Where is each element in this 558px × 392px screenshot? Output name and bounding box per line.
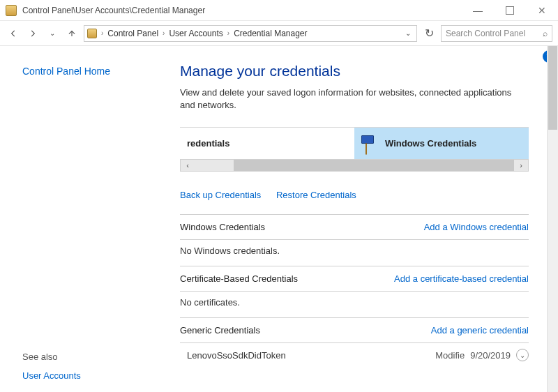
credential-name: LenovoSsoSdkDidToken (180, 350, 286, 361)
recent-dropdown[interactable]: ⌄ (45, 26, 60, 41)
control-panel-icon (6, 5, 17, 16)
section-empty-text: No certificates. (180, 291, 529, 317)
scroll-left-button[interactable]: ‹ (181, 161, 195, 169)
backup-credentials-link[interactable]: Back up Credentials (180, 190, 261, 200)
forward-button[interactable] (25, 26, 40, 41)
window-title: Control Panel\User Accounts\Credential M… (22, 6, 462, 15)
tab-label: Windows Credentials (385, 138, 476, 149)
control-panel-home-link[interactable]: Control Panel Home (22, 66, 166, 77)
scroll-right-button[interactable]: › (514, 161, 528, 169)
page-title: Manage your credentials (180, 63, 529, 80)
expand-icon[interactable]: ⌄ (516, 349, 529, 361)
main-panel: ? Manage your credentials View and delet… (180, 46, 558, 392)
chevron-icon[interactable]: › (98, 29, 106, 37)
category-tabs: redentials Windows Credentials (180, 127, 529, 159)
minimize-button[interactable]: — (462, 0, 494, 21)
breadcrumb-item[interactable]: Control Panel (106, 29, 160, 38)
credential-entry[interactable]: LenovoSsoSdkDidToken Modifie 9/20/2019 ⌄ (180, 342, 529, 367)
breadcrumb-dropdown-icon[interactable]: ⌄ (402, 29, 414, 37)
add-generic-credential-link[interactable]: Add a generic credential (431, 325, 529, 336)
back-button[interactable] (6, 26, 21, 41)
chevron-icon[interactable]: › (225, 29, 232, 37)
add-certificate-credential-link[interactable]: Add a certificate-based credential (394, 273, 529, 284)
search-input[interactable]: Search Control Panel ⌕ (441, 25, 552, 42)
chevron-icon[interactable]: › (160, 29, 167, 37)
scroll-thumb[interactable] (234, 160, 514, 171)
maximize-button[interactable] (494, 0, 526, 21)
close-button[interactable]: ✕ (526, 0, 558, 21)
vertical-scrollbar[interactable] (547, 46, 558, 392)
breadcrumb[interactable]: › Control Panel › User Accounts › Creden… (84, 25, 417, 42)
credential-meta: Modifie 9/20/2019 ⌄ (435, 349, 529, 361)
section-empty-text: No Windows credentials. (180, 239, 529, 266)
sidebar: Control Panel Home See also User Account… (0, 46, 180, 392)
credential-actions: Back up Credentials Restore Credentials (180, 190, 529, 200)
tab-web-credentials[interactable]: redentials (180, 128, 354, 159)
modified-label: Modifie (435, 350, 465, 361)
page-description: View and delete your saved logon informa… (180, 86, 529, 112)
search-placeholder: Search Control Panel (446, 29, 525, 38)
search-icon: ⌕ (543, 29, 548, 38)
up-button[interactable] (64, 26, 80, 41)
window-controls: — ✕ (462, 0, 558, 21)
section-windows-credentials: Windows Credentials Add a Windows creden… (180, 214, 529, 266)
horizontal-scrollbar[interactable]: ‹ › (180, 159, 529, 172)
restore-credentials-link[interactable]: Restore Credentials (276, 190, 356, 200)
see-also-label: See also (22, 352, 166, 362)
see-also-section: See also User Accounts (22, 352, 166, 381)
address-bar: ⌄ › Control Panel › User Accounts › Cred… (0, 21, 558, 46)
breadcrumb-item[interactable]: Credential Manager (232, 29, 308, 38)
see-also-user-accounts-link[interactable]: User Accounts (22, 370, 166, 381)
title-bar: Control Panel\User Accounts\Credential M… (0, 0, 558, 21)
breadcrumb-item[interactable]: User Accounts (167, 29, 224, 38)
tab-label-partial: redentials (187, 138, 229, 149)
section-title: Generic Credentials (180, 325, 260, 336)
add-windows-credential-link[interactable]: Add a Windows credential (424, 222, 529, 232)
scroll-track[interactable] (195, 160, 514, 171)
section-generic-credentials: Generic Credentials Add a generic creden… (180, 317, 529, 367)
modified-date: 9/20/2019 (470, 350, 511, 361)
folder-icon (87, 29, 97, 38)
section-title: Certificate-Based Credentials (180, 273, 298, 284)
scrollbar-thumb[interactable] (548, 46, 557, 130)
tab-windows-credentials[interactable]: Windows Credentials (354, 128, 529, 159)
content-area: Control Panel Home See also User Account… (0, 46, 558, 392)
refresh-button[interactable]: ↻ (421, 26, 437, 41)
safe-icon (361, 135, 379, 152)
section-certificate-credentials: Certificate-Based Credentials Add a cert… (180, 266, 529, 317)
section-title: Windows Credentials (180, 222, 265, 232)
